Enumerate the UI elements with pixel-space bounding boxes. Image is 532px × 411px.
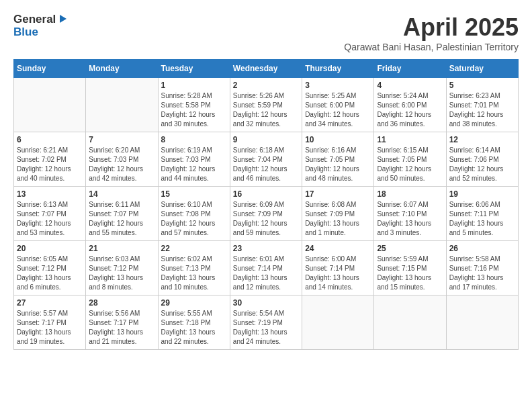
calendar-cell: 30Sunrise: 5:54 AM Sunset: 7:19 PM Dayli… bbox=[230, 295, 302, 350]
weekday-header-thursday: Thursday bbox=[302, 60, 374, 78]
day-number: 16 bbox=[233, 189, 299, 199]
calendar-cell: 28Sunrise: 5:56 AM Sunset: 7:17 PM Dayli… bbox=[86, 295, 158, 350]
day-detail: Sunrise: 5:59 AM Sunset: 7:15 PM Dayligh… bbox=[377, 255, 443, 292]
day-detail: Sunrise: 6:16 AM Sunset: 7:05 PM Dayligh… bbox=[305, 146, 371, 183]
day-detail: Sunrise: 6:10 AM Sunset: 7:08 PM Dayligh… bbox=[161, 200, 227, 238]
calendar-cell bbox=[86, 78, 158, 132]
day-number: 25 bbox=[377, 244, 443, 253]
calendar-cell: 9Sunrise: 6:18 AM Sunset: 7:04 PM Daylig… bbox=[230, 132, 302, 187]
calendar-header: SundayMondayTuesdayWednesdayThursdayFrid… bbox=[14, 60, 519, 78]
calendar-cell: 12Sunrise: 6:14 AM Sunset: 7:06 PM Dayli… bbox=[446, 132, 518, 187]
day-detail: Sunrise: 5:58 AM Sunset: 7:16 PM Dayligh… bbox=[449, 255, 515, 292]
day-detail: Sunrise: 5:25 AM Sunset: 6:00 PM Dayligh… bbox=[305, 91, 371, 129]
calendar-cell: 10Sunrise: 6:16 AM Sunset: 7:05 PM Dayli… bbox=[302, 132, 374, 187]
day-number: 27 bbox=[17, 298, 83, 308]
day-number: 18 bbox=[377, 189, 443, 199]
calendar-week-5: 27Sunrise: 5:57 AM Sunset: 7:17 PM Dayli… bbox=[14, 295, 519, 350]
day-detail: Sunrise: 6:09 AM Sunset: 7:09 PM Dayligh… bbox=[233, 200, 299, 238]
day-number: 15 bbox=[161, 189, 227, 199]
calendar-table: SundayMondayTuesdayWednesdayThursdayFrid… bbox=[13, 59, 519, 350]
day-detail: Sunrise: 6:14 AM Sunset: 7:06 PM Dayligh… bbox=[449, 146, 515, 183]
day-detail: Sunrise: 5:54 AM Sunset: 7:19 PM Dayligh… bbox=[233, 309, 299, 347]
calendar-cell: 26Sunrise: 5:58 AM Sunset: 7:16 PM Dayli… bbox=[446, 241, 518, 295]
calendar-cell: 24Sunrise: 6:00 AM Sunset: 7:14 PM Dayli… bbox=[302, 241, 374, 295]
day-number: 17 bbox=[305, 189, 371, 199]
day-number: 20 bbox=[17, 244, 83, 253]
day-number: 14 bbox=[89, 189, 154, 199]
day-number: 30 bbox=[233, 298, 299, 308]
calendar-cell: 5Sunrise: 6:23 AM Sunset: 7:01 PM Daylig… bbox=[446, 78, 518, 132]
day-detail: Sunrise: 5:24 AM Sunset: 6:00 PM Dayligh… bbox=[377, 91, 443, 129]
weekday-header-wednesday: Wednesday bbox=[230, 60, 302, 78]
calendar-cell: 4Sunrise: 5:24 AM Sunset: 6:00 PM Daylig… bbox=[374, 78, 446, 132]
day-number: 1 bbox=[161, 81, 227, 90]
page-header: General Blue April 2025 Qarawat Bani Has… bbox=[13, 13, 519, 52]
day-detail: Sunrise: 6:02 AM Sunset: 7:13 PM Dayligh… bbox=[161, 255, 227, 292]
day-number: 2 bbox=[233, 81, 299, 90]
day-detail: Sunrise: 6:03 AM Sunset: 7:12 PM Dayligh… bbox=[89, 255, 154, 292]
calendar-cell: 13Sunrise: 6:13 AM Sunset: 7:07 PM Dayli… bbox=[14, 187, 86, 241]
calendar-cell: 16Sunrise: 6:09 AM Sunset: 7:09 PM Dayli… bbox=[230, 187, 302, 241]
calendar-cell: 17Sunrise: 6:08 AM Sunset: 7:09 PM Dayli… bbox=[302, 187, 374, 241]
month-year: April 2025 bbox=[344, 13, 519, 42]
calendar-cell: 27Sunrise: 5:57 AM Sunset: 7:17 PM Dayli… bbox=[14, 295, 86, 350]
day-number: 11 bbox=[377, 135, 443, 144]
day-number: 22 bbox=[161, 244, 227, 253]
calendar-week-1: 1Sunrise: 5:28 AM Sunset: 5:58 PM Daylig… bbox=[14, 78, 519, 132]
day-detail: Sunrise: 6:20 AM Sunset: 7:03 PM Dayligh… bbox=[89, 146, 154, 183]
calendar-cell: 8Sunrise: 6:19 AM Sunset: 7:03 PM Daylig… bbox=[158, 132, 230, 187]
day-number: 12 bbox=[449, 135, 515, 144]
calendar-cell: 18Sunrise: 6:07 AM Sunset: 7:10 PM Dayli… bbox=[374, 187, 446, 241]
weekday-header-row: SundayMondayTuesdayWednesdayThursdayFrid… bbox=[14, 60, 519, 78]
calendar-week-4: 20Sunrise: 6:05 AM Sunset: 7:12 PM Dayli… bbox=[14, 241, 519, 295]
calendar-week-2: 6Sunrise: 6:21 AM Sunset: 7:02 PM Daylig… bbox=[14, 132, 519, 187]
calendar-cell: 23Sunrise: 6:01 AM Sunset: 7:14 PM Dayli… bbox=[230, 241, 302, 295]
day-number: 4 bbox=[377, 81, 443, 90]
day-number: 8 bbox=[161, 135, 227, 144]
calendar-cell: 21Sunrise: 6:03 AM Sunset: 7:12 PM Dayli… bbox=[86, 241, 158, 295]
day-detail: Sunrise: 6:21 AM Sunset: 7:02 PM Dayligh… bbox=[17, 146, 83, 183]
day-detail: Sunrise: 6:13 AM Sunset: 7:07 PM Dayligh… bbox=[17, 200, 83, 238]
day-number: 6 bbox=[17, 135, 83, 144]
day-detail: Sunrise: 6:05 AM Sunset: 7:12 PM Dayligh… bbox=[17, 255, 83, 292]
day-detail: Sunrise: 5:56 AM Sunset: 7:17 PM Dayligh… bbox=[89, 309, 154, 347]
day-number: 10 bbox=[305, 135, 371, 144]
calendar-cell: 19Sunrise: 6:06 AM Sunset: 7:11 PM Dayli… bbox=[446, 187, 518, 241]
svg-marker-0 bbox=[60, 15, 66, 23]
day-detail: Sunrise: 6:06 AM Sunset: 7:11 PM Dayligh… bbox=[449, 200, 515, 238]
calendar-cell: 14Sunrise: 6:11 AM Sunset: 7:07 PM Dayli… bbox=[86, 187, 158, 241]
day-number: 13 bbox=[17, 189, 83, 199]
logo-container: General Blue bbox=[13, 13, 68, 38]
calendar-cell: 7Sunrise: 6:20 AM Sunset: 7:03 PM Daylig… bbox=[86, 132, 158, 187]
day-detail: Sunrise: 6:19 AM Sunset: 7:03 PM Dayligh… bbox=[161, 146, 227, 183]
calendar-cell: 29Sunrise: 5:55 AM Sunset: 7:18 PM Dayli… bbox=[158, 295, 230, 350]
calendar-cell: 6Sunrise: 6:21 AM Sunset: 7:02 PM Daylig… bbox=[14, 132, 86, 187]
day-detail: Sunrise: 6:15 AM Sunset: 7:05 PM Dayligh… bbox=[377, 146, 443, 183]
day-number: 9 bbox=[233, 135, 299, 144]
calendar-cell: 25Sunrise: 5:59 AM Sunset: 7:15 PM Dayli… bbox=[374, 241, 446, 295]
day-number: 26 bbox=[449, 244, 515, 253]
day-detail: Sunrise: 6:08 AM Sunset: 7:09 PM Dayligh… bbox=[305, 200, 371, 238]
calendar-cell: 20Sunrise: 6:05 AM Sunset: 7:12 PM Dayli… bbox=[14, 241, 86, 295]
logo-text: General Blue bbox=[13, 13, 68, 38]
calendar-week-3: 13Sunrise: 6:13 AM Sunset: 7:07 PM Dayli… bbox=[14, 187, 519, 241]
day-number: 28 bbox=[89, 298, 154, 308]
weekday-header-tuesday: Tuesday bbox=[158, 60, 230, 78]
day-detail: Sunrise: 6:00 AM Sunset: 7:14 PM Dayligh… bbox=[305, 255, 371, 292]
day-detail: Sunrise: 5:57 AM Sunset: 7:17 PM Dayligh… bbox=[17, 309, 83, 347]
calendar-cell: 11Sunrise: 6:15 AM Sunset: 7:05 PM Dayli… bbox=[374, 132, 446, 187]
weekday-header-monday: Monday bbox=[86, 60, 158, 78]
location: Qarawat Bani Hasan, Palestinian Territor… bbox=[344, 42, 519, 52]
day-detail: Sunrise: 6:01 AM Sunset: 7:14 PM Dayligh… bbox=[233, 255, 299, 292]
calendar-cell: 2Sunrise: 5:26 AM Sunset: 5:59 PM Daylig… bbox=[230, 78, 302, 132]
weekday-header-friday: Friday bbox=[374, 60, 446, 78]
logo-general: General bbox=[13, 13, 56, 26]
day-detail: Sunrise: 6:11 AM Sunset: 7:07 PM Dayligh… bbox=[89, 200, 154, 238]
day-number: 23 bbox=[233, 244, 299, 253]
day-detail: Sunrise: 5:55 AM Sunset: 7:18 PM Dayligh… bbox=[161, 309, 227, 347]
calendar-cell bbox=[302, 295, 374, 350]
day-number: 29 bbox=[161, 298, 227, 308]
title-section: April 2025 Qarawat Bani Hasan, Palestini… bbox=[344, 13, 519, 52]
day-detail: Sunrise: 5:28 AM Sunset: 5:58 PM Dayligh… bbox=[161, 91, 227, 129]
logo-blue: Blue bbox=[13, 26, 38, 38]
